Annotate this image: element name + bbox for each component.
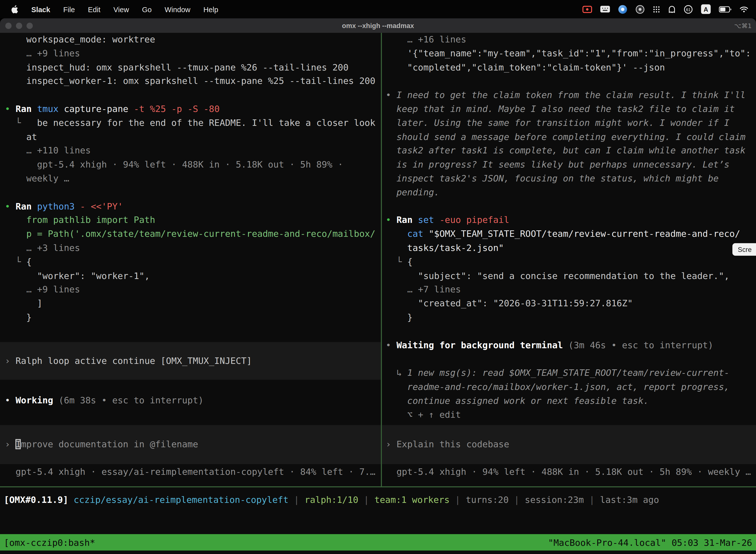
terminal-line: • Working (6m 38s • esc to interrupt) — [0, 394, 381, 407]
terminal-line: … +9 lines — [0, 47, 381, 61]
text-segment: └ — [5, 257, 26, 267]
text-segment: cat — [407, 229, 429, 239]
text-segment: } — [5, 312, 32, 322]
terminal-line: later. Using the same for transition mig… — [382, 116, 756, 130]
left-pane-content: workspace_mode: worktree … +9 lines insp… — [0, 33, 381, 407]
text-segment: continue assigned work or next feasible … — [386, 395, 649, 405]
minimize-button[interactable] — [16, 22, 22, 29]
menu-edit[interactable]: Edit — [88, 5, 101, 13]
menu-window[interactable]: Window — [165, 5, 190, 13]
text-segment: › — [5, 439, 15, 449]
dark-circle-icon[interactable] — [635, 4, 645, 14]
terminal-line: └ { — [0, 255, 381, 269]
tmux-pane-left[interactable]: workspace_mode: worktree … +9 lines insp… — [0, 33, 381, 486]
battery-percent-label: 61 — [686, 7, 691, 12]
text-segment: - <<'PY' — [80, 201, 123, 211]
terminal-line — [382, 325, 756, 339]
text-segment — [5, 48, 26, 58]
screen-recording-icon[interactable] — [582, 5, 592, 13]
prompt-input-right[interactable]: › Explain this codebase — [382, 425, 756, 464]
terminal-line: … +9 lines — [0, 283, 381, 297]
text-segment: last:3m ago — [600, 494, 659, 505]
text-segment: { — [407, 257, 413, 267]
text-segment — [5, 146, 26, 156]
prompt-input-left[interactable]: › Improve documentation in @filename — [0, 425, 381, 464]
text-segment: "subject": "send a concise recommendatio… — [386, 271, 730, 281]
keyboard-icon[interactable] — [600, 6, 610, 12]
menu-help[interactable]: Help — [203, 5, 218, 13]
text-segment: 1 new msg(s): read $OMX_TEAM_STATE_ROOT/… — [407, 368, 730, 378]
menu-view[interactable]: View — [113, 5, 129, 13]
text-segment: | — [289, 494, 305, 505]
terminal-line: tasks/task-2.json" — [382, 241, 756, 255]
text-segment: gpt-5.4 xhigh · 94% left · 488K in · 5.1… — [5, 159, 343, 170]
text-segment: Ran — [16, 201, 37, 211]
text-segment: later. Using the same for transition mig… — [386, 118, 730, 128]
terminal-line: "subject": "send a concise recommendatio… — [382, 269, 756, 283]
text-segment: › — [386, 439, 396, 449]
text-segment: inspect task2's JSON, focusing on the st… — [386, 173, 718, 183]
text-segment: mprove documentation in @filename — [21, 439, 198, 449]
text-segment: tmux — [37, 104, 64, 114]
terminal-line: readme-and-reco/mailbox/worker-1.json, a… — [382, 380, 756, 394]
terminal-line — [0, 380, 381, 394]
text-segment: └ — [386, 257, 407, 267]
window-title: omx --xhigh --madmax — [342, 21, 414, 29]
window-titlebar[interactable]: omx --xhigh --madmax ⌥⌘1 — [0, 18, 756, 33]
input-source-icon[interactable]: A — [701, 4, 711, 14]
terminal-line: └ { — [382, 255, 756, 269]
terminal-line: p = Path('.omx/state/team/review-current… — [0, 227, 381, 241]
pane-status-left: gpt-5.4 xhigh · essay/ai-reimplementatio… — [0, 465, 381, 487]
text-segment — [386, 229, 407, 239]
terminal-line: inspect task2's JSON, focusing on the st… — [382, 172, 756, 186]
screen: Slack File Edit View Go Window Help — [0, 0, 756, 554]
right-pane-content: … +16 lines '{"team_name":"my-team","tas… — [382, 33, 756, 422]
text-segment — [5, 284, 26, 295]
blue-app-icon[interactable] — [618, 4, 627, 14]
terminal-line: at — [0, 130, 381, 144]
menu-file[interactable]: File — [63, 5, 75, 13]
text-segment: keep that in mind. Maybe I also need the… — [386, 104, 735, 114]
text-segment: • — [5, 201, 15, 211]
terminal-window: omx --xhigh --madmax ⌥⌘1 workspace_mode:… — [0, 18, 756, 554]
text-segment: Ralph loop active continue [OMX_TMUX_INJ… — [16, 355, 252, 366]
terminal-line: … +7 lines — [382, 283, 756, 297]
prompt-input-line[interactable]: › Improve documentation in @filename — [0, 438, 381, 452]
wifi-icon[interactable] — [740, 6, 748, 12]
left-pane-spacer — [0, 407, 381, 425]
terminal-line: • Ran tmux capture-pane -t %25 -p -S -80 — [0, 102, 381, 116]
menu-app-name[interactable]: Slack — [31, 5, 50, 13]
menu-go[interactable]: Go — [142, 5, 151, 13]
menu-bar-status-items: 61 A — [582, 4, 748, 14]
text-segment: Ran — [16, 104, 37, 114]
text-segment: Waiting for background terminal — [396, 340, 563, 350]
terminal-area: workspace_mode: worktree … +9 lines insp… — [0, 33, 756, 486]
tmux-pane-right[interactable]: … +16 lines '{"team_name":"my-team","tas… — [382, 33, 756, 486]
ghost-icon[interactable] — [668, 5, 675, 13]
battery-gauge-icon[interactable]: 61 — [684, 4, 693, 14]
text-segment: Ran — [396, 215, 418, 225]
terminal-line: task2 after task1 is complete, but can I… — [382, 144, 756, 158]
text-segment: • — [386, 340, 396, 350]
text-segment: ] — [5, 298, 43, 309]
terminal-line: from pathlib import Path — [0, 214, 381, 227]
close-button[interactable] — [5, 22, 11, 29]
text-segment: "created_at": "2026-03-31T11:59:27.816Z" — [386, 298, 633, 309]
text-segment: gpt-5.4 xhigh · 94% left · 488K in · 5.1… — [386, 466, 751, 477]
terminal-line: pending. — [382, 186, 756, 200]
text-segment: | — [450, 494, 466, 505]
battery-icon[interactable] — [719, 6, 732, 12]
text-segment: ralph:1/10 — [305, 494, 359, 505]
prompt-suggestion[interactable]: › Explain this codebase — [382, 438, 756, 452]
apple-icon[interactable] — [11, 4, 18, 14]
omx-status-bar: [OMX#0.11.9] cczip/essay/ai-reimplementa… — [0, 487, 756, 534]
text-segment: • — [5, 104, 15, 114]
text-segment: … +110 lines — [26, 146, 91, 156]
queued-prompt-left[interactable]: › Ralph loop active continue [OMX_TMUX_I… — [0, 342, 381, 380]
text-segment: "$OMX_TEAM_STATE_ROOT/team/review-curren… — [429, 229, 740, 239]
zoom-button[interactable] — [26, 22, 33, 29]
dots-grid-icon[interactable] — [653, 5, 660, 13]
text-segment: | — [584, 494, 600, 505]
terminal-line: is in progress? It seems likely but perh… — [382, 158, 756, 172]
terminal-line: '{"team_name":"my-team","task_id":"1","f… — [382, 47, 756, 61]
